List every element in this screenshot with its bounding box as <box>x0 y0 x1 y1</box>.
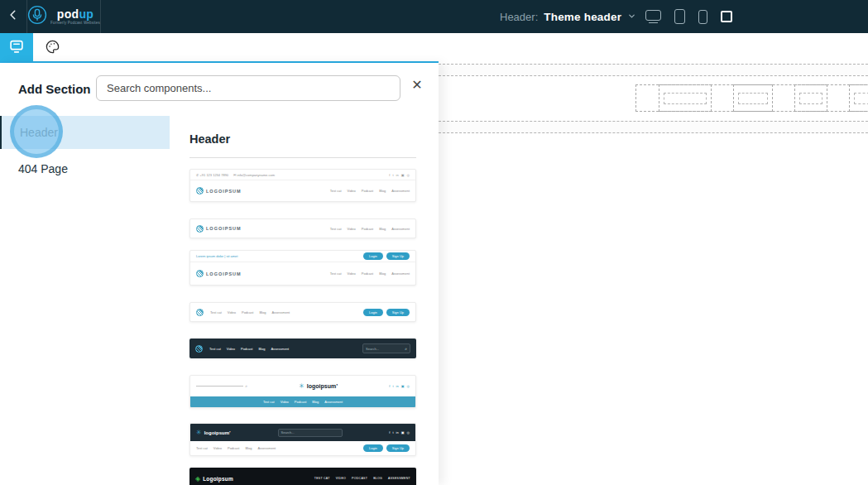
thumb-social-icons: ftin▣◎ <box>389 384 410 388</box>
magnifier-icon: ⌕ <box>245 383 247 389</box>
brand-name: podup <box>57 8 94 20</box>
thumb-nav-link: Test cat <box>263 400 275 404</box>
header-template-dropdown[interactable]: Header: Theme header <box>500 0 636 33</box>
device-preview-switcher <box>645 0 732 33</box>
thumb-nav-link: Assessment <box>391 271 410 276</box>
search-components-input[interactable] <box>96 75 400 101</box>
logoipsum-icon <box>196 270 204 277</box>
header-component-thumbnail-5[interactable]: Test catVideoPodcastBlogAssessment Searc… <box>189 339 416 358</box>
thumb-nav-link: Blog <box>379 271 386 276</box>
social-icon: t <box>392 173 393 177</box>
thumb-nav-link: Podcast <box>228 446 239 450</box>
thumb-nav-link: Test cat <box>209 347 221 351</box>
thumb-nav-link: Podcast <box>295 400 306 404</box>
back-button[interactable] <box>0 0 27 33</box>
thumb-nav: Test catVideoPodcastBlogAssessment <box>330 189 410 193</box>
logoipsum-icon <box>196 309 204 316</box>
theme-style-button[interactable] <box>41 33 63 63</box>
thumb-nav-link: Video <box>213 446 222 450</box>
panel-title: Add Section <box>18 82 91 96</box>
sidebar-item-header[interactable]: Header <box>0 116 170 149</box>
header-component-thumbnail-1[interactable]: ✆ +91 123 1234 7890 ✉ info@companyname.c… <box>189 169 416 202</box>
header-component-thumbnail-3[interactable]: Lorem ipsum dolor | sit amet Login Sign … <box>189 250 416 286</box>
social-icon: ▣ <box>401 430 405 435</box>
thumb-search-box: Search... ⌕ <box>362 343 410 353</box>
mail-icon: ✉ <box>233 173 236 177</box>
header-component-thumbnail-7[interactable]: ✳ logoipsum’ Search... ftin▣◎ Test catVi… <box>189 423 416 456</box>
logoipsum-diamond-icon: ◈ <box>195 475 200 483</box>
section-layout-icon <box>7 37 26 59</box>
thumb-logo: LOGOIPSUM <box>196 187 242 194</box>
magnifier-icon: ⌕ <box>405 346 407 352</box>
thumb-promo-text: Lorem ipsum dolor | sit amet <box>196 254 237 258</box>
social-icon: f <box>389 173 390 177</box>
social-icon: t <box>392 430 393 435</box>
thumb-nav-link: Assessment <box>271 310 290 315</box>
wireframe-nav-item <box>733 84 773 112</box>
thumb-search-box: ⌕ <box>196 383 247 389</box>
thumb-nav-link: Test cat <box>210 310 222 315</box>
social-icon: in <box>396 430 399 435</box>
thumb-nav-link: Assessment <box>391 227 410 231</box>
thumb-email: ✉ info@companyname.com <box>233 173 275 177</box>
topbar: podup Formerly Podcast Websites Header: … <box>0 0 868 33</box>
thumb-phone: ✆ +91 123 1234 7890 <box>196 173 228 177</box>
logoipsum-flower-icon: ✳ <box>299 382 305 390</box>
thumb-nav-link: Test cat <box>314 477 330 480</box>
social-icon: f <box>389 384 390 388</box>
thumb-nav-link: Podcast <box>242 310 253 315</box>
chevron-down-icon <box>627 9 636 24</box>
editor-toolbar <box>0 33 868 63</box>
thumb-nav-link: Assessment <box>391 189 410 193</box>
thumb-nav-link: Test cat <box>196 446 208 450</box>
sidebar-item-label: Header <box>20 126 58 139</box>
thumb-signup-button: Sign Up <box>386 444 410 452</box>
sidebar-item-label: 404 Page <box>18 162 68 175</box>
header-component-thumbnail-6[interactable]: ⌕ ✳ logoipsum’ ftin▣◎ Test catVideoPodca… <box>189 375 416 408</box>
thumb-nav: Test catVideoPodcastBlogAssessment <box>209 347 289 351</box>
section-category-list: Header 404 Page <box>0 116 170 185</box>
thumb-signup-button: Sign Up <box>386 309 410 316</box>
brand-tagline: Formerly Podcast Websites <box>50 22 100 26</box>
header-component-thumbnail-8[interactable]: ◈ Logoipsum Test catVideoPodcastBlogAsse… <box>189 468 416 485</box>
header-component-thumbnail-2[interactable]: LOGOIPSUM Test catVideoPodcastBlogAssess… <box>189 218 416 238</box>
desktop-preview-icon[interactable] <box>645 10 661 23</box>
thumb-nav: Test catVideoPodcastBlogAssessment <box>196 446 276 450</box>
thumb-nav-link: Video <box>348 227 356 231</box>
thumb-logo: LOGOIPSUM <box>196 225 242 233</box>
thumb-nav-link: Video <box>227 347 235 351</box>
header-component-thumbnail-4[interactable]: Test catVideoPodcastBlogAssessment Login… <box>189 302 416 322</box>
logoipsum-flower-icon: ✳ <box>196 429 202 436</box>
sidebar-item-404-page[interactable]: 404 Page <box>0 152 170 185</box>
thumb-social-icons: ftin▣◎ <box>389 173 410 177</box>
logoipsum-icon <box>195 345 203 353</box>
component-group-heading: Header <box>189 132 416 146</box>
canvas-preview <box>439 63 868 485</box>
thumb-nav-link: Video <box>281 400 289 404</box>
thumb-nav: Test catVideoPodcastBlogAssessment <box>330 227 410 231</box>
podup-logo: podup Formerly Podcast Websites <box>27 0 101 33</box>
actual-size-preview-icon[interactable] <box>721 11 732 22</box>
wireframe-topstrip-placeholder <box>439 64 868 76</box>
social-icon: ▣ <box>401 173 405 177</box>
tablet-preview-icon[interactable] <box>674 9 685 24</box>
sections-tool-button[interactable] <box>0 33 33 63</box>
social-icon: ▣ <box>401 384 405 388</box>
thumb-logo: ✳ logoipsum’ <box>196 429 231 436</box>
wireframe-nav-item <box>794 84 827 112</box>
close-icon[interactable]: ✕ <box>409 77 425 94</box>
social-icon: t <box>392 384 393 388</box>
social-icon: ◎ <box>406 430 410 435</box>
thumb-nav-link: Blog <box>379 227 386 231</box>
component-list-column: Header ✆ +91 123 1234 7890 ✉ info@compan… <box>189 116 416 485</box>
mobile-preview-icon[interactable] <box>698 10 707 24</box>
add-section-panel: Add Section ✕ Header 404 Page Header ✆ +… <box>0 63 439 485</box>
thumb-nav-link: Blog <box>379 189 386 193</box>
thumb-nav: Test catVideoPodcastBlogAssessment <box>314 477 410 480</box>
thumb-search-box: Search... <box>278 429 343 437</box>
thumb-logo: LOGOIPSUM <box>196 270 242 277</box>
thumb-nav-link: Video <box>336 477 346 480</box>
thumb-nav-link: Video <box>348 189 356 193</box>
thumb-nav-link: Video <box>348 271 356 276</box>
thumb-nav-link: Test cat <box>330 227 342 231</box>
